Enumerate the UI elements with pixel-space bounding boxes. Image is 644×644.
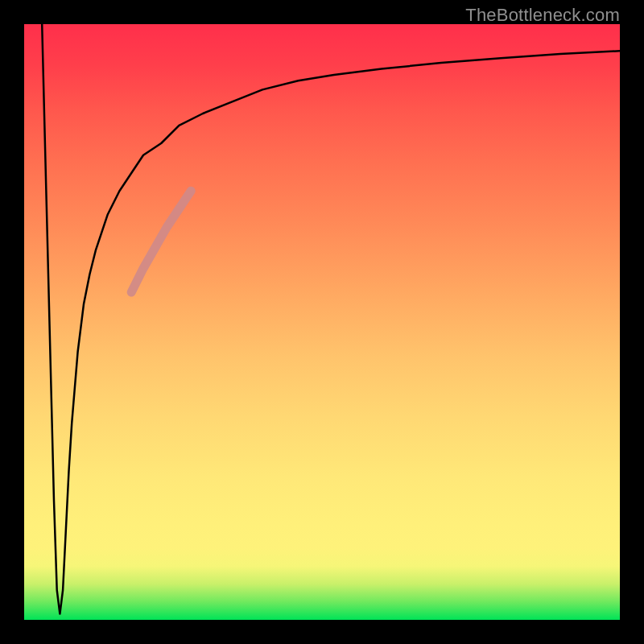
- chart-frame: TheBottleneck.com: [0, 0, 644, 644]
- bottleneck-curve: [42, 24, 620, 614]
- plot-area: [24, 24, 620, 620]
- watermark-text: TheBottleneck.com: [465, 5, 620, 26]
- curve-layer: [24, 24, 620, 620]
- highlighted-segment: [131, 191, 191, 292]
